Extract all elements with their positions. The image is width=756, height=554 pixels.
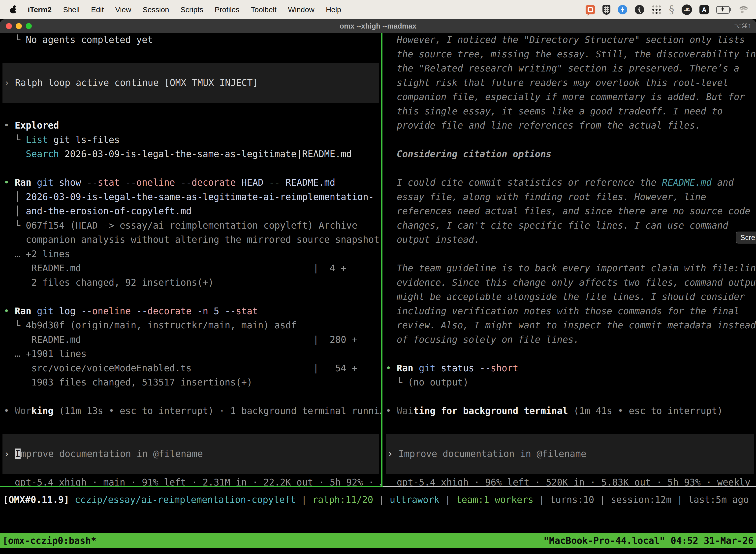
pie-circle-icon[interactable] bbox=[635, 5, 644, 14]
terminal-line: README.md | 4 + bbox=[0, 261, 381, 276]
apple-menu-icon[interactable] bbox=[10, 6, 16, 13]
menu-bar-status-icons: § ..61 A bbox=[586, 4, 756, 15]
terminal-line bbox=[0, 47, 381, 62]
shield-grid-icon[interactable] bbox=[603, 5, 611, 15]
terminal-line: might be acceptable alongside the file l… bbox=[383, 290, 756, 304]
keyboard-layout-icon[interactable]: A bbox=[699, 5, 709, 14]
menu-item-window[interactable]: Window bbox=[288, 5, 315, 14]
tmux-host-clock: "MacBook-Pro-44.local" 04:52 31-Mar-26 bbox=[544, 535, 754, 546]
terminal-line: gpt-5.4 xhigh · 96% left · 520K in · 5.8… bbox=[383, 475, 756, 486]
input-box-text: › Improve documentation in @filename bbox=[386, 447, 586, 461]
terminal-line bbox=[383, 390, 756, 404]
terminal-line: src/voice/voiceModeEnabled.ts | 54 + bbox=[0, 361, 381, 376]
window-title: omx --xhigh --madmax bbox=[0, 22, 756, 30]
terminal-line bbox=[383, 418, 756, 433]
terminal-line bbox=[0, 390, 381, 404]
prompt-input[interactable]: › Improve documentation in @filename bbox=[2, 434, 379, 474]
terminal-line: output instead. bbox=[383, 233, 756, 247]
wifi-icon[interactable] bbox=[737, 6, 748, 14]
terminal-line: 1903 files changed, 513517 insertions(+) bbox=[0, 375, 381, 390]
menu-bar: iTerm2ShellEditViewSessionScriptsProfile… bbox=[0, 0, 756, 19]
window-shortcut-badge: ⌥⌘1 bbox=[734, 22, 752, 30]
terminal-line: └ 4b9d30f (origin/main, instructkr/main,… bbox=[0, 318, 381, 333]
terminal-line: the source tree, missing the essay. Stil… bbox=[383, 47, 756, 62]
bolt-circle-icon[interactable] bbox=[618, 5, 627, 14]
terminal-line: The team guideline is to back every impo… bbox=[383, 261, 756, 276]
tmux-session-label: [omx-cczip0:bash* bbox=[2, 535, 97, 546]
terminal-line: Search 2026-03-09-is-legal-the-same-as-l… bbox=[0, 147, 381, 161]
terminal-line: this single essay, it seems like a good … bbox=[383, 104, 756, 119]
menu-item-shell[interactable]: Shell bbox=[63, 5, 80, 14]
terminal-line bbox=[0, 418, 381, 433]
menu-item-help[interactable]: Help bbox=[326, 5, 341, 14]
terminal-line: • Ran git show --stat --oneline --decora… bbox=[0, 175, 381, 190]
terminal-line: I could cite commit statistics or refere… bbox=[383, 175, 756, 190]
terminal-line: provide file and line references from th… bbox=[383, 118, 756, 133]
terminal-line: └ No agents completed yet bbox=[0, 33, 381, 47]
input-box-text: › Ralph loop active continue [OMX_TMUX_I… bbox=[2, 76, 258, 90]
terminal-line: slight risk that future readers may over… bbox=[383, 76, 756, 90]
terminal-line: the "Related research writing" section i… bbox=[383, 61, 756, 76]
terminal-line: references need actual files, and since … bbox=[383, 204, 756, 218]
terminal-line: essay file, along with finding root file… bbox=[383, 190, 756, 204]
omx-status-line: [OMX#0.11.9] cczip/essay/ai-reimplementa… bbox=[3, 493, 749, 507]
inactive-pane-bottom-border bbox=[383, 486, 756, 487]
terminal-line bbox=[0, 290, 381, 304]
menu-items: iTerm2ShellEditViewSessionScriptsProfile… bbox=[28, 5, 341, 14]
terminal-line: 2 files changed, 92 insertions(+) bbox=[0, 276, 381, 290]
terminal-line: review. Also, I might want to inspect th… bbox=[383, 318, 756, 333]
menu-item-iterm2[interactable]: iTerm2 bbox=[28, 5, 52, 14]
input-box-text: › Improve documentation in @filename bbox=[2, 447, 203, 461]
terminal-line bbox=[0, 161, 381, 176]
pane-divider[interactable] bbox=[381, 33, 382, 486]
battery-charging-icon[interactable] bbox=[716, 6, 730, 14]
tmux-status-bar: [omx-cczip0:bash* "MacBook-Pro-44.local"… bbox=[0, 533, 756, 548]
prompt-input[interactable]: › Improve documentation in @filename bbox=[386, 434, 754, 474]
badge-61-icon[interactable]: ..61 bbox=[682, 4, 692, 15]
terminal-line: Considering citation options bbox=[383, 147, 756, 161]
terminal-line: evidence. Since this change only affects… bbox=[383, 276, 756, 290]
terminal-line bbox=[383, 161, 756, 176]
terminal-line: └ (no output) bbox=[383, 375, 756, 390]
terminal-line: gpt-5.4 xhigh · main · 91% left · 2.31M … bbox=[0, 475, 381, 486]
terminal-line: │ 2026-03-09-is-legal-the-same-as-legiti… bbox=[0, 190, 381, 204]
terminal-line: However, I noticed the "Directory Struct… bbox=[383, 33, 756, 47]
screen-tooltip-label: Scre bbox=[740, 233, 755, 242]
menu-item-toolbelt[interactable]: Toolbelt bbox=[251, 5, 276, 14]
chat-bubble-icon[interactable] bbox=[586, 5, 595, 14]
terminal-line: changes, I can't cite specific file line… bbox=[383, 218, 756, 233]
menu-item-session[interactable]: Session bbox=[143, 5, 169, 14]
dots-grid-icon[interactable] bbox=[651, 5, 662, 15]
terminal-line: • Working (11m 13s • esc to interrupt) ·… bbox=[0, 404, 381, 418]
menu-item-profiles[interactable]: Profiles bbox=[214, 5, 239, 14]
terminal-line: … +1901 lines bbox=[0, 347, 381, 361]
terminal-line: • Explored bbox=[0, 118, 381, 133]
terminal-line bbox=[0, 104, 381, 119]
tmux-pane-right[interactable]: However, I noticed the "Directory Struct… bbox=[383, 33, 756, 486]
terminal-line bbox=[383, 133, 756, 147]
menu-item-view[interactable]: View bbox=[115, 5, 131, 14]
terminal-line bbox=[383, 347, 756, 361]
menu-item-edit[interactable]: Edit bbox=[91, 5, 104, 14]
menu-item-scripts[interactable]: Scripts bbox=[181, 5, 203, 14]
squiggle-icon[interactable]: § bbox=[669, 5, 674, 15]
terminal-line: │ and-the-erosion-of-copyleft.md bbox=[0, 204, 381, 218]
terminal-line: • Ran git status --short bbox=[383, 361, 756, 376]
terminal-line: • Ran git log --oneline --decorate -n 5 … bbox=[0, 304, 381, 319]
terminal-line: README.md | 280 + bbox=[0, 333, 381, 347]
terminal-content: └ No agents completed yet› Ralph loop ac… bbox=[0, 33, 756, 486]
terminal-line: including verification notes with those … bbox=[383, 304, 756, 319]
terminal-line: of focusing solely on file lines. bbox=[383, 333, 756, 347]
terminal-line: companion file, especially if more comme… bbox=[383, 90, 756, 104]
terminal-line: … +2 lines bbox=[0, 247, 381, 261]
terminal-line: └ 067f154 (HEAD -> essay/ai-reimplementa… bbox=[0, 218, 381, 233]
terminal-line: companion analysis without altering the … bbox=[0, 233, 381, 247]
tmux-pane-left[interactable]: └ No agents completed yet› Ralph loop ac… bbox=[0, 33, 381, 486]
window-title-bar: omx --xhigh --madmax ⌥⌘1 bbox=[0, 19, 756, 33]
terminal-line: └ List git ls-files bbox=[0, 133, 381, 147]
screen-share-overlay-button[interactable]: Scre bbox=[736, 232, 756, 243]
terminal-line bbox=[383, 247, 756, 261]
ralph-loop-banner[interactable]: › Ralph loop active continue [OMX_TMUX_I… bbox=[2, 63, 379, 103]
terminal-line: • Waiting for background terminal (1m 41… bbox=[383, 404, 756, 418]
active-pane-bottom-border bbox=[0, 486, 383, 487]
